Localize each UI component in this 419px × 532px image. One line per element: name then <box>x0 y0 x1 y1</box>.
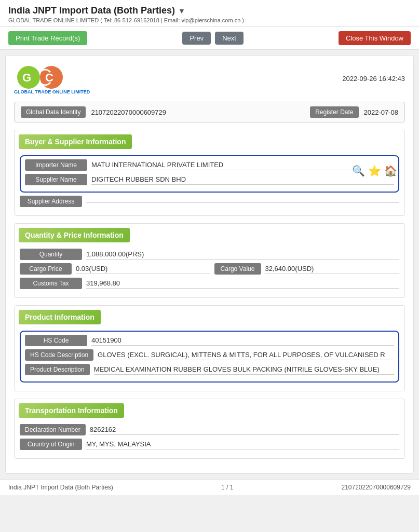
identity-row: Global Data Identity 2107202207000060972… <box>14 102 405 122</box>
svg-text:G: G <box>22 71 31 84</box>
supplier-address-label: Supplier Address <box>20 196 82 207</box>
quantity-row: Quantity 1,088,000.00(PRS) <box>20 249 399 260</box>
prod-desc-label: Product Description <box>25 364 90 375</box>
footer-left: India JNPT Import Data (Both Parties) <box>8 484 113 491</box>
cargo-value-label: Cargo Value <box>214 263 261 275</box>
svg-text:C: C <box>45 71 53 84</box>
footer-middle: 1 / 1 <box>221 484 233 491</box>
page-title: India JNPT Import Data (Both Parties) ▼ <box>8 5 411 16</box>
customs-tax-label: Customs Tax <box>20 278 82 289</box>
quantity-value: 1,088,000.00(PRS) <box>86 249 399 260</box>
hs-desc-value: GLOVES (EXCL. SURGICAL), MITTENS & MITTS… <box>98 350 394 360</box>
next-button[interactable]: Next <box>215 32 244 45</box>
address-row: Supplier Address <box>20 196 399 207</box>
cargo-price-label: Cargo Price <box>20 263 72 275</box>
datetime-text: 2022-09-26 16:42:43 <box>342 75 405 83</box>
transportation-section: Transportation Information Declaration N… <box>14 399 405 459</box>
cargo-price-value: 0.03(USD) <box>76 264 210 274</box>
header: India JNPT Import Data (Both Parties) ▼ … <box>0 0 419 27</box>
prod-desc-row: Product Description MEDICAL EXAMINATION … <box>25 364 394 375</box>
buyer-supplier-header: Buyer & Supplier Information <box>19 134 132 149</box>
buyer-supplier-section: Buyer & Supplier Information Importer Na… <box>14 130 405 216</box>
product-body: HS Code 40151900 HS Code Description GLO… <box>15 329 404 391</box>
buyer-supplier-body: Importer Name MATU INTERNATIONAL PRIVATE… <box>15 153 404 215</box>
supplier-name-value: DIGITECH RUBBER SDN BHD <box>91 174 394 185</box>
toolbar: Print Trade Record(s) Prev Next Close Th… <box>0 27 419 50</box>
transportation-header: Transportation Information <box>19 403 124 418</box>
dropdown-arrow-icon[interactable]: ▼ <box>178 7 185 15</box>
footer-right: 21072022070000609729 <box>342 484 411 491</box>
prev-button[interactable]: Prev <box>182 32 211 45</box>
declaration-number-value: 8262162 <box>90 425 399 435</box>
search-icon[interactable]: 🔍 <box>352 165 365 177</box>
importer-row: Importer Name MATU INTERNATIONAL PRIVATE… <box>25 159 394 171</box>
register-date-value: 2022-07-08 <box>364 108 399 116</box>
quantity-price-header: Quantity & Price Information <box>19 228 130 242</box>
importer-name-label: Importer Name <box>25 159 87 171</box>
footer: India JNPT Import Data (Both Parties) 1 … <box>0 479 419 495</box>
quantity-price-section: Quantity & Price Information Quantity 1,… <box>14 223 405 298</box>
title-text: India JNPT Import Data (Both Parties) <box>8 5 175 16</box>
hs-code-row: HS Code 40151900 <box>25 335 394 346</box>
action-icons: 🔍 ⭐ 🏠 <box>352 165 397 177</box>
declaration-number-row: Declaration Number 8262162 <box>20 424 399 435</box>
quantity-label: Quantity <box>20 249 82 260</box>
prod-desc-value: MEDICAL EXAMINATION RUBBER GLOVES BULK P… <box>94 364 394 375</box>
supplier-row: Supplier Name DIGITECH RUBBER SDN BHD <box>25 174 394 185</box>
quantity-price-body: Quantity 1,088,000.00(PRS) Cargo Price 0… <box>15 247 404 297</box>
star-icon[interactable]: ⭐ <box>368 165 381 177</box>
subtitle-text: GLOBAL TRADE ONLINE LIMITED ( Tel: 86-51… <box>8 17 411 23</box>
importer-name-value: MATU INTERNATIONAL PRIVATE LIMITED <box>91 160 394 170</box>
customs-tax-value: 319,968.80 <box>86 278 399 289</box>
product-blue-group: HS Code 40151900 HS Code Description GLO… <box>20 331 399 383</box>
product-section: Product Information HS Code 40151900 HS … <box>14 305 405 391</box>
supplier-address-value <box>86 200 399 203</box>
global-data-identity-label: Global Data Identity <box>21 106 86 118</box>
company-logo: G C <box>14 63 82 91</box>
cargo-value-value: 32,640.00(USD) <box>265 264 400 274</box>
hs-desc-row: HS Code Description GLOVES (EXCL. SURGIC… <box>25 349 394 361</box>
product-header: Product Information <box>19 310 101 324</box>
print-button[interactable]: Print Trade Record(s) <box>8 31 87 45</box>
register-date-label: Register Date <box>310 106 358 118</box>
logo-date-row: G C GLOBAL TRADE ONLINE LIMITED 2022-09-… <box>14 63 405 94</box>
cargo-price-row: Cargo Price 0.03(USD) Cargo Value 32,640… <box>20 263 399 275</box>
country-of-origin-label: Country of Origin <box>20 439 82 450</box>
transportation-body: Declaration Number 8262162 Country of Or… <box>15 422 404 458</box>
logo-area: G C GLOBAL TRADE ONLINE LIMITED <box>14 63 90 94</box>
home-icon[interactable]: 🏠 <box>384 165 397 177</box>
company-name-text: GLOBAL TRADE ONLINE LIMITED <box>14 89 90 94</box>
customs-tax-row: Customs Tax 319,968.80 <box>20 278 399 289</box>
hs-code-value: 40151900 <box>91 335 394 346</box>
country-of-origin-value: MY, MYS, MALAYSIA <box>86 439 399 449</box>
global-data-identity-value: 21072022070000609729 <box>91 108 305 116</box>
hs-desc-label: HS Code Description <box>25 349 93 361</box>
close-button[interactable]: Close This Window <box>339 31 411 45</box>
declaration-number-label: Declaration Number <box>20 424 86 435</box>
supplier-name-label: Supplier Name <box>25 174 87 185</box>
hs-code-label: HS Code <box>25 335 87 346</box>
main-content: G C GLOBAL TRADE ONLINE LIMITED 2022-09-… <box>5 55 414 474</box>
country-of-origin-row: Country of Origin MY, MYS, MALAYSIA <box>20 439 399 450</box>
